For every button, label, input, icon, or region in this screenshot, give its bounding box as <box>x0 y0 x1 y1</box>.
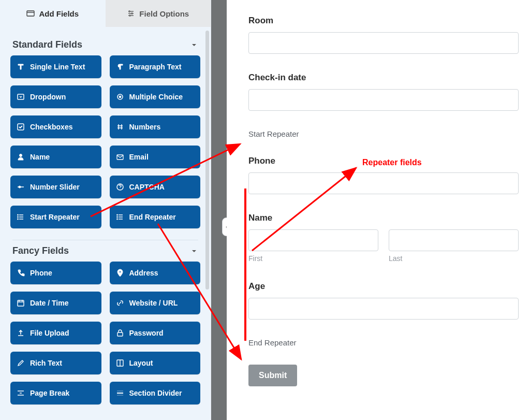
checkin-input[interactable] <box>248 89 519 111</box>
chevron-down-icon <box>190 247 198 255</box>
split-divider[interactable]: ‹ <box>211 0 227 420</box>
check-icon <box>17 123 25 131</box>
field-btn-label: Phone <box>30 269 52 277</box>
field-btn-label: Start Repeater <box>30 213 80 221</box>
field-btn-single-line-text[interactable]: Single Line Text <box>10 55 101 78</box>
form-preview: Room Check-in date Start Repeater Phone … <box>227 0 530 420</box>
field-btn-dropdown[interactable]: Dropdown <box>10 85 101 108</box>
tab-label: Field Options <box>139 9 189 18</box>
section-divider <box>12 240 198 240</box>
upload-icon <box>17 329 25 337</box>
field-btn-label: File Upload <box>30 329 69 337</box>
tab-add-fields[interactable]: Add Fields <box>0 0 106 27</box>
annotation-label: Repeater fields <box>362 158 422 167</box>
add-fields-icon <box>26 9 35 18</box>
field-btn-label: End Repeater <box>129 213 176 221</box>
phone-icon <box>17 269 25 277</box>
field-btn-label: Page Break <box>30 389 69 397</box>
last-name-input[interactable] <box>389 229 519 251</box>
lock-icon <box>116 329 124 337</box>
list-icon <box>116 213 124 221</box>
pin-icon <box>116 269 124 277</box>
field-btn-rich-text[interactable]: Rich Text <box>10 352 101 374</box>
section-title: Standard Fields <box>12 39 82 50</box>
first-name-input[interactable] <box>248 229 378 251</box>
field-btn-label: Website / URL <box>129 299 178 307</box>
field-btn-label: Single Line Text <box>30 63 85 71</box>
field-label: Name <box>248 213 519 223</box>
calendar-icon <box>17 299 25 307</box>
field-btn-label: Address <box>129 269 158 277</box>
field-btn-label: Password <box>129 329 164 337</box>
field-btn-layout[interactable]: Layout <box>110 352 201 374</box>
field-btn-date-time[interactable]: Date / Time <box>10 292 101 314</box>
fancy-fields-header[interactable]: Fancy Fields <box>10 242 200 262</box>
standard-fields-header[interactable]: Standard Fields <box>10 36 200 55</box>
pagebreak-icon <box>17 389 25 397</box>
question-icon <box>116 183 124 191</box>
edit-icon <box>17 359 25 367</box>
field-btn-password[interactable]: Password <box>110 322 201 344</box>
field-age[interactable]: Age <box>248 281 519 320</box>
field-label: Room <box>248 16 519 26</box>
scrollbar[interactable] <box>205 31 209 289</box>
field-name[interactable]: Name First Last <box>248 213 519 263</box>
field-btn-checkboxes[interactable]: Checkboxes <box>10 115 101 138</box>
hash-icon <box>116 123 124 131</box>
field-btn-email[interactable]: Email <box>110 146 201 168</box>
age-input[interactable] <box>248 298 519 320</box>
field-btn-end-repeater[interactable]: End Repeater <box>110 206 201 228</box>
paragraph-icon <box>116 63 124 71</box>
field-label: Check-in date <box>248 73 519 83</box>
field-btn-address[interactable]: Address <box>110 262 201 284</box>
field-btn-multiple-choice[interactable]: Multiple Choice <box>110 85 201 108</box>
text-icon <box>17 63 25 71</box>
field-btn-start-repeater[interactable]: Start Repeater <box>10 206 101 228</box>
room-input[interactable] <box>248 32 519 54</box>
field-btn-label: Numbers <box>129 123 161 131</box>
last-sublabel: Last <box>389 254 519 263</box>
section-title: Fancy Fields <box>12 245 69 256</box>
divider-icon <box>116 389 124 397</box>
field-btn-label: Name <box>30 153 50 161</box>
field-btn-label: Dropdown <box>30 93 66 101</box>
chevron-down-icon <box>190 41 198 49</box>
field-btn-label: Number Slider <box>30 183 80 191</box>
field-btn-file-upload[interactable]: File Upload <box>10 322 101 344</box>
field-btn-label: Paragraph Text <box>129 63 182 71</box>
standard-fields-grid: Single Line TextParagraph TextDropdownMu… <box>10 55 200 240</box>
field-btn-label: Rich Text <box>30 359 62 367</box>
field-btn-paragraph-text[interactable]: Paragraph Text <box>110 55 201 78</box>
sidebar-tabs: Add Fields Field Options <box>0 0 211 27</box>
fancy-fields-grid: PhoneAddressDate / TimeWebsite / URLFile… <box>10 262 200 416</box>
field-checkin[interactable]: Check-in date <box>248 73 519 111</box>
field-btn-label: Layout <box>129 359 153 367</box>
field-btn-numbers[interactable]: Numbers <box>110 115 201 138</box>
slider-icon <box>17 183 25 191</box>
field-btn-label: Checkboxes <box>30 123 72 131</box>
field-btn-label: Multiple Choice <box>129 93 183 101</box>
phone-input[interactable] <box>248 172 519 194</box>
layout-icon <box>116 359 124 367</box>
user-icon <box>17 153 25 161</box>
field-label: Age <box>248 281 519 292</box>
field-btn-label: Email <box>129 153 149 161</box>
field-btn-section-divider[interactable]: Section Divider <box>110 382 201 404</box>
field-btn-label: Date / Time <box>30 299 68 307</box>
end-repeater-marker[interactable]: End Repeater <box>248 338 519 347</box>
tab-field-options[interactable]: Field Options <box>106 0 211 27</box>
field-btn-page-break[interactable]: Page Break <box>10 382 101 404</box>
field-btn-website-url[interactable]: Website / URL <box>110 292 201 314</box>
field-btn-number-slider[interactable]: Number Slider <box>10 176 101 198</box>
submit-button[interactable]: Submit <box>248 365 297 386</box>
sidebar: Add Fields Field Options Standard Fields… <box>0 0 211 420</box>
field-btn-captcha[interactable]: CAPTCHA <box>110 176 201 198</box>
first-sublabel: First <box>248 254 378 263</box>
dropdown-icon <box>17 93 25 101</box>
field-room[interactable]: Room <box>248 16 519 54</box>
field-btn-phone[interactable]: Phone <box>10 262 101 284</box>
field-btn-name[interactable]: Name <box>10 146 101 168</box>
start-repeater-marker[interactable]: Start Repeater <box>248 129 519 138</box>
tab-label: Add Fields <box>39 9 79 18</box>
radio-icon <box>116 93 124 101</box>
